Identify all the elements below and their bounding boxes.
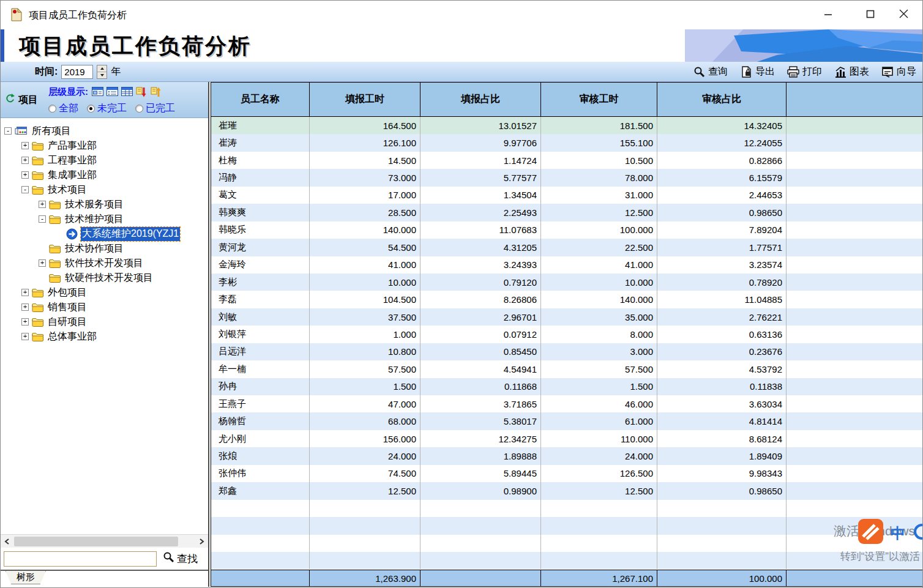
table-row[interactable]: 葛文17.0001.3450431.0002.44653	[211, 187, 923, 204]
tree-item[interactable]: +销售项目	[1, 300, 208, 314]
view-list-icon[interactable]	[106, 87, 119, 97]
table-row[interactable]: 冯静73.0005.7757778.0006.15579	[211, 169, 923, 186]
table-row[interactable]: 吕远洋10.8000.854503.0000.23676	[211, 343, 923, 360]
tree-item-label: 技术服务项目	[64, 198, 125, 212]
table-row[interactable]: 韩晓乐140.00011.07683100.0007.89204	[211, 221, 923, 239]
collapse-icon[interactable]: -	[4, 127, 12, 135]
minimize-button[interactable]	[814, 1, 842, 29]
export-button[interactable]: 导出	[740, 65, 775, 78]
table-row[interactable]: 崔璀164.50013.01527181.50014.32405	[211, 117, 923, 134]
total-audited-hours: 1,267.100	[541, 570, 657, 586]
tree-item[interactable]: 大系统维护2019(YZJ1	[1, 226, 208, 241]
cell-reported-hours: 28.500	[310, 204, 420, 221]
year-input[interactable]	[61, 65, 93, 79]
tree-item-label: 销售项目	[47, 300, 88, 314]
chart-button[interactable]: 图表	[834, 65, 869, 78]
cell-employee-name: 崔涛	[211, 134, 310, 151]
cell-employee-name: 尤小刚	[211, 430, 310, 447]
expand-icon[interactable]: +	[21, 333, 29, 340]
wizard-button[interactable]: 向导	[881, 65, 916, 78]
table-row[interactable]: 张烺24.0001.8988824.0001.89409	[211, 447, 923, 464]
table-row[interactable]: 张仲伟74.5005.89445126.5009.98343	[211, 465, 923, 482]
print-button[interactable]: 打印	[787, 65, 822, 78]
tree-horizontal-scrollbar[interactable]	[1, 534, 208, 548]
find-button[interactable]: 查找	[163, 551, 198, 566]
tree-item[interactable]: +产品事业部	[1, 138, 208, 153]
filter-radio-0[interactable]: 全部	[48, 102, 78, 115]
tree-item[interactable]: +软件技术开发项目	[1, 256, 208, 270]
filter-radio-1[interactable]: 未完工	[87, 102, 127, 115]
maximize-button[interactable]	[856, 1, 884, 29]
view-detail-icon[interactable]	[92, 87, 104, 97]
spinner-down-button[interactable]	[97, 72, 106, 78]
table-row[interactable]: 金海玲41.0003.2439341.0003.23574	[211, 256, 923, 274]
expand-icon[interactable]: +	[21, 157, 29, 164]
expand-icon[interactable]: +	[21, 142, 29, 149]
table-row[interactable]: 黄河龙54.5004.3120522.5001.77571	[211, 239, 923, 256]
collapse-icon[interactable]: -	[39, 215, 46, 223]
filter-radio-2[interactable]: 已完工	[135, 102, 175, 115]
tree-item[interactable]: +外包项目	[1, 285, 208, 300]
spinner-up-button[interactable]	[97, 65, 106, 72]
table-row[interactable]: 尤小刚156.00012.34275110.0008.68124	[211, 430, 923, 447]
tree-item[interactable]: +集成事业部	[1, 168, 208, 182]
tree-item[interactable]: -所有项目	[1, 124, 208, 138]
close-button[interactable]	[889, 1, 917, 29]
table-row[interactable]: 刘银萍1.0000.079128.0000.63136	[211, 326, 923, 343]
cell-employee-name: 牟一楠	[211, 360, 310, 378]
expand-icon[interactable]: +	[21, 318, 29, 326]
table-row[interactable]: 李彬10.0000.7912010.0000.78920	[211, 274, 923, 291]
expand-icon[interactable]: +	[39, 259, 46, 267]
expand-icon[interactable]: +	[39, 201, 46, 208]
folder-icon	[32, 332, 43, 341]
total-name	[211, 570, 310, 586]
cell-reported-pct: 0.85450	[420, 343, 541, 360]
cell-reported-hours: 74.500	[310, 465, 420, 482]
column-header[interactable]: 员工名称	[211, 83, 310, 116]
table-row[interactable]: 李磊104.5008.26806140.00011.04885	[211, 291, 923, 308]
expand-icon[interactable]: +	[21, 289, 29, 296]
tree-item[interactable]: +总体事业部	[1, 329, 208, 344]
tree-item[interactable]: +技术服务项目	[1, 197, 208, 212]
tree-item[interactable]: -技术维护项目	[1, 212, 208, 226]
table-row[interactable]: 韩爽爽28.5002.2549312.5000.98650	[211, 204, 923, 221]
column-header[interactable]: 审核占比	[657, 83, 787, 116]
column-header[interactable]	[787, 83, 923, 116]
filter-radio-label: 全部	[59, 102, 78, 115]
cell-audited-hours: 1.500	[541, 378, 657, 395]
expand-icon[interactable]: +	[21, 171, 29, 179]
column-header[interactable]: 审核工时	[541, 83, 657, 116]
collapse-all-icon[interactable]	[151, 87, 163, 97]
cell-reported-hours: 1.500	[310, 378, 420, 395]
cell-reported-hours: 10.800	[310, 343, 420, 360]
cell-reported-hours: 24.000	[310, 447, 420, 464]
tree-item[interactable]: +自研项目	[1, 314, 208, 329]
table-row[interactable]: 王燕子47.0003.7186546.0003.63034	[211, 395, 923, 412]
tree-item[interactable]: 软硬件技术开发项目	[1, 270, 208, 285]
tree-item[interactable]: 技术协作项目	[1, 241, 208, 256]
tree-item[interactable]: -技术项目	[1, 182, 208, 197]
collapse-icon[interactable]: -	[21, 186, 29, 193]
table-row[interactable]: 郑鑫12.5000.9890012.5000.98650	[211, 482, 923, 499]
scroll-right-icon[interactable]	[196, 535, 208, 548]
scroll-left-icon[interactable]	[1, 535, 13, 548]
table-row[interactable]: 孙冉1.5000.118681.5000.11838	[211, 378, 923, 395]
search-input[interactable]	[4, 551, 157, 567]
view-grid-icon[interactable]	[121, 87, 133, 97]
column-header[interactable]: 填报占比	[420, 83, 541, 116]
expand-icon[interactable]: +	[21, 303, 29, 311]
table-row[interactable]: 牟一楠57.5004.5494157.5004.53792	[211, 360, 923, 378]
table-row[interactable]: 杜梅14.5001.1472410.5000.82866	[211, 152, 923, 169]
tree-item[interactable]: +工程事业部	[1, 153, 208, 168]
cell-reported-pct: 5.77577	[420, 169, 541, 186]
table-row[interactable]: 刘敏37.5002.9670135.0002.76221	[211, 308, 923, 326]
expand-all-icon[interactable]	[136, 87, 148, 97]
scrollbar-thumb[interactable]	[14, 537, 178, 546]
table-row[interactable]: 杨翰哲68.0005.3801761.0004.81414	[211, 412, 923, 430]
tab-tree[interactable]: 树形	[6, 571, 46, 584]
cell-reported-pct: 4.54941	[420, 360, 541, 378]
column-header[interactable]: 填报工时	[310, 83, 420, 116]
refresh-icon[interactable]	[6, 93, 15, 106]
query-button[interactable]: 查询	[693, 65, 728, 78]
table-row[interactable]: 崔涛126.1009.97706155.10012.24055	[211, 134, 923, 151]
